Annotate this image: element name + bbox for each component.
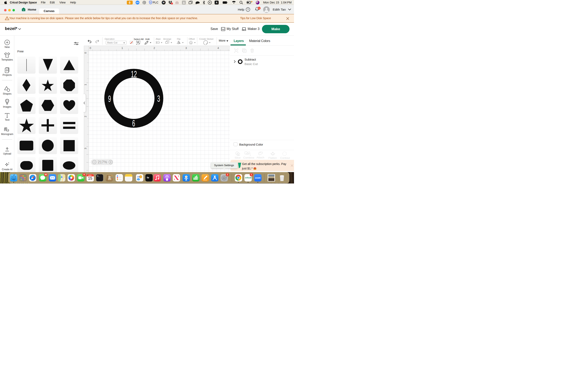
svg-text:12: 12 (131, 69, 137, 79)
svg-text:G: G (150, 1, 151, 3)
svg-text:3: 3 (157, 94, 160, 104)
svg-text:9: 9 (108, 94, 111, 104)
svg-text:?: ? (247, 8, 249, 11)
svg-text:6: 6 (132, 118, 135, 128)
